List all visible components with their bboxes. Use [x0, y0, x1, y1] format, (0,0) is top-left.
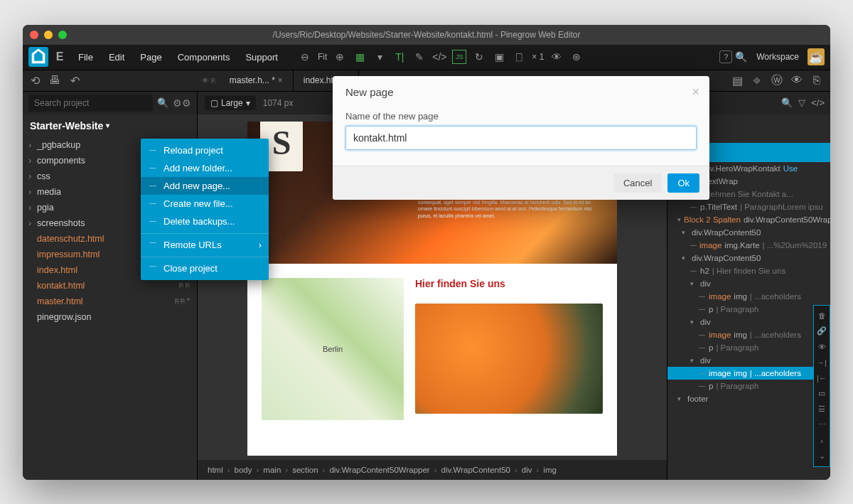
- file-pinegrow-json[interactable]: pinegrow.json: [23, 309, 197, 325]
- dom-tree-item[interactable]: ▾div: [667, 316, 830, 328]
- move-out-icon[interactable]: |←: [814, 371, 830, 385]
- ctx-add-page[interactable]: Add new page...: [141, 177, 269, 195]
- tab-eye-icon[interactable]: 👁 ⎘: [198, 77, 220, 85]
- modal-close-icon[interactable]: ×: [692, 85, 699, 100]
- menu-page[interactable]: Page: [133, 48, 168, 67]
- search-icon[interactable]: 🔍: [734, 50, 748, 64]
- hide-icon[interactable]: 👁: [814, 340, 830, 354]
- dom-tree-item[interactable]: ▾div.WrapContent50: [667, 226, 830, 239]
- bc-body[interactable]: body: [232, 466, 255, 474]
- file-kontakt[interactable]: kontakt.html⎘ ⎘: [23, 278, 197, 294]
- dom-tree-item[interactable]: —image img | ...aceholders: [667, 367, 830, 380]
- help-icon[interactable]: ?: [719, 50, 732, 63]
- pinegrow-logo-icon[interactable]: [28, 47, 48, 67]
- zoom-in-icon[interactable]: ⊕: [333, 50, 347, 64]
- window-close[interactable]: [30, 31, 38, 39]
- panel-icon-2[interactable]: ⎆: [751, 74, 763, 87]
- ctx-create-file[interactable]: Create new file...: [141, 195, 269, 213]
- dom-tree-item[interactable]: ▾Block 2 Spalten div.WrapContent50Wrap: [667, 213, 830, 226]
- ctx-delete-backups[interactable]: Delete backups...: [141, 213, 269, 230]
- map-image: [262, 278, 404, 420]
- tab-master[interactable]: master.h... *×: [220, 70, 294, 91]
- js-icon[interactable]: JS: [452, 50, 466, 64]
- bc-main[interactable]: main: [260, 466, 284, 474]
- dots-icon[interactable]: ⋯: [814, 418, 830, 432]
- eye-icon[interactable]: 👁: [790, 74, 803, 87]
- visibility-icon[interactable]: 👁: [549, 50, 564, 64]
- page-name-input[interactable]: [345, 126, 697, 150]
- browser-icon[interactable]: ▣: [492, 50, 506, 64]
- save-icon[interactable]: 🖶: [48, 74, 61, 87]
- wordpress-icon[interactable]: ⓦ: [771, 74, 783, 87]
- project-name[interactable]: Starter-Website ▾: [23, 114, 197, 137]
- dom-tree-item[interactable]: —h2 | Hier finden Sie uns: [667, 264, 830, 277]
- bc-section[interactable]: section: [289, 466, 321, 474]
- grid-icon[interactable]: ▦: [353, 50, 367, 64]
- zoom-out-icon[interactable]: ⊖: [298, 50, 312, 64]
- menu-edit[interactable]: Edit: [102, 48, 132, 67]
- undo-icon[interactable]: ↶: [68, 74, 81, 87]
- dom-tree-item[interactable]: —image img | ...aceholders: [667, 290, 830, 303]
- text-icon[interactable]: T|: [392, 50, 407, 64]
- menu-file[interactable]: File: [71, 48, 100, 67]
- dom-tree-item[interactable]: —p.TitelText | ParagraphLorem ipsu: [667, 200, 830, 213]
- search-icon[interactable]: 🔍: [157, 97, 168, 108]
- dom-tree-item[interactable]: ▾div.WrapContent50: [667, 252, 830, 264]
- bc-img[interactable]: img: [540, 466, 559, 474]
- orange-image: [415, 304, 603, 414]
- project-context-menu: Reload project Add new folder... Add new…: [141, 139, 269, 280]
- dom-tree-item[interactable]: —p | Paragraph: [667, 303, 830, 316]
- canvas-dimensions: 1074 px: [263, 98, 294, 108]
- move-in-icon[interactable]: →|: [814, 355, 830, 370]
- panel-icon-1[interactable]: ▤: [731, 74, 744, 87]
- link-icon[interactable]: 🔗: [814, 324, 830, 338]
- reload-icon[interactable]: ⟲: [28, 74, 41, 87]
- dom-tree-item[interactable]: —p | Paragraph: [667, 380, 830, 392]
- panel-filter-icon[interactable]: ▽: [798, 97, 805, 108]
- cancel-button[interactable]: Cancel: [613, 173, 662, 193]
- bc-div[interactable]: div: [519, 466, 535, 474]
- window-maximize[interactable]: [58, 31, 67, 39]
- dom-tree-item[interactable]: —image img.Karte | ...%20um%2019: [667, 239, 830, 252]
- device-icon[interactable]: ⎕: [512, 50, 526, 64]
- bc-wrapper[interactable]: div.WrapContent50Wrapper: [326, 466, 432, 474]
- next-icon[interactable]: ›: [814, 434, 830, 448]
- bc-wrap50[interactable]: div.WrapContent50: [439, 466, 513, 474]
- ok-button[interactable]: Ok: [667, 173, 699, 193]
- coffee-icon[interactable]: ☕: [808, 48, 825, 65]
- settings-icon[interactable]: ⚙⚙: [173, 97, 191, 109]
- down-icon[interactable]: ⌄: [814, 449, 830, 463]
- fit-label[interactable]: Fit: [318, 52, 327, 62]
- dom-tree-item[interactable]: ▾div: [667, 277, 830, 290]
- panel-search-icon[interactable]: 🔍: [781, 97, 793, 108]
- box-icon[interactable]: ▭: [814, 387, 830, 401]
- ctx-remote-urls[interactable]: Remote URLs: [141, 233, 269, 254]
- search-input[interactable]: [28, 95, 153, 112]
- window-minimize[interactable]: [44, 31, 53, 39]
- workspace-label[interactable]: Workspace: [756, 52, 799, 62]
- stack-icon[interactable]: ☰: [814, 402, 830, 417]
- dom-tree-item[interactable]: ▾div: [667, 354, 830, 367]
- menu-support[interactable]: Support: [238, 48, 285, 67]
- code-icon[interactable]: </>: [432, 50, 446, 64]
- e-icon[interactable]: E: [50, 47, 70, 67]
- menu-components[interactable]: Components: [171, 48, 237, 67]
- target-icon[interactable]: ⊛: [569, 50, 584, 64]
- trash-icon[interactable]: 🗑: [814, 309, 830, 323]
- file-master[interactable]: master.html⎘ ⎘ *: [23, 294, 197, 309]
- bc-html[interactable]: html: [205, 466, 226, 474]
- dom-tree-item[interactable]: ▾footer: [667, 392, 830, 405]
- ctx-add-folder[interactable]: Add new folder...: [141, 159, 269, 177]
- ctx-reload[interactable]: Reload project: [141, 141, 269, 159]
- chevron-down-icon[interactable]: ▾: [372, 50, 387, 64]
- device-selector[interactable]: ▢ Large ▾: [205, 96, 256, 110]
- copy-icon[interactable]: ⎘: [810, 74, 823, 87]
- ctx-close-project[interactable]: Close project: [141, 257, 269, 277]
- dom-tree-item[interactable]: —p | Paragraph: [667, 341, 830, 354]
- refresh-icon[interactable]: ↻: [472, 50, 486, 64]
- zoom-multiplier: × 1: [532, 52, 544, 62]
- paint-icon[interactable]: ✎: [412, 50, 426, 64]
- breadcrumb: html› body› main› section› div.WrapConte…: [198, 460, 667, 480]
- dom-tree-item[interactable]: —image img | ...aceholders: [667, 328, 830, 341]
- panel-code-icon[interactable]: </>: [811, 97, 825, 108]
